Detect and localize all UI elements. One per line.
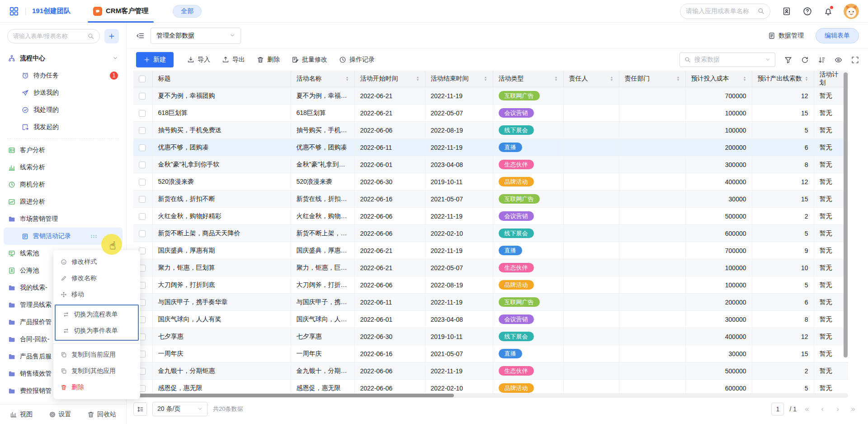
- current-page-input[interactable]: 1: [771, 403, 784, 415]
- table-row[interactable]: 感恩促，惠无限 感恩促，惠无限 2022-06-06 2022-02-10 品牌…: [133, 380, 848, 394]
- vertical-scrollbar-thumb[interactable]: [844, 72, 848, 357]
- sidebar-group-process-center[interactable]: 流程中心: [0, 50, 126, 67]
- table-row[interactable]: 聚力，钜惠，巨划算 聚力，钜惠，巨划算 2022-06-21 2022-05-0…: [133, 259, 848, 276]
- import-button[interactable]: 导入: [187, 56, 210, 64]
- data-view-select[interactable]: 管理全部数据: [151, 28, 241, 44]
- table-row[interactable]: 新货在线，折扣不断 新货在线，折扣不断 2022-06-16 2021-05-0…: [133, 191, 848, 208]
- contacts-icon[interactable]: [782, 7, 791, 16]
- sort-arrows-icon[interactable]: [743, 76, 746, 81]
- table-row[interactable]: 618巨划算 618巨划算 2022-06-21 2022-05-07 会议营销…: [133, 105, 848, 122]
- sidebar-item-customer-analysis[interactable]: 客户分析: [0, 142, 126, 159]
- sort-arrows-icon[interactable]: [610, 76, 613, 81]
- horizontal-scrollbar-thumb[interactable]: [135, 394, 454, 397]
- row-checkbox[interactable]: [139, 196, 146, 203]
- cell-title[interactable]: 大刀阔斧，打折到底: [152, 276, 291, 294]
- row-checkbox[interactable]: [139, 93, 146, 100]
- cell-title[interactable]: 火红金秋，购物好精彩: [152, 208, 291, 225]
- sort-arrows-icon[interactable]: [805, 76, 808, 81]
- column-header[interactable]: 责任部门: [619, 71, 685, 87]
- column-header[interactable]: 预计产出线索数: [752, 71, 814, 87]
- table-row[interactable]: 七夕享惠 七夕享惠 2022-06-30 2019-10-11 线下展会 400…: [133, 328, 848, 345]
- global-search-input[interactable]: 请输入应用或表单名称: [680, 4, 770, 19]
- cell-title[interactable]: 618巨划算: [152, 105, 291, 122]
- last-page-button[interactable]: »: [848, 405, 858, 414]
- select-all-checkbox[interactable]: [139, 76, 146, 82]
- table-row[interactable]: 优惠不够，团购凑 优惠不够，团购凑 2022-06-11 2022-11-19 …: [133, 139, 848, 156]
- refresh-icon[interactable]: [801, 56, 809, 64]
- edit-form-button[interactable]: 编辑表单: [816, 28, 859, 43]
- menu-item-switch-flow-form[interactable]: 切换为流程表单: [56, 306, 138, 323]
- table-row[interactable]: 国庆盛典，厚惠有期 国庆盛典，厚惠有期 2022-06-21 2022-11-1…: [133, 242, 848, 259]
- sidebar-item-lead-analysis[interactable]: 线索分析: [0, 159, 126, 176]
- row-checkbox[interactable]: [139, 230, 146, 237]
- row-checkbox[interactable]: [139, 110, 146, 117]
- menu-item-delete[interactable]: 删除: [53, 379, 140, 395]
- sidebar-item-todo-tasks[interactable]: 待办任务 1: [0, 67, 126, 84]
- sidebar-folder-marketing[interactable]: 市场营销管理: [0, 210, 126, 228]
- row-checkbox[interactable]: [139, 144, 146, 151]
- table-row[interactable]: 国庆气球向，人人有奖 国庆气球向，人人有奖 2022-06-01 2023-04…: [133, 311, 848, 328]
- sidebar-item-followup-analysis[interactable]: 跟进分析: [0, 193, 126, 210]
- sort-arrows-icon[interactable]: [346, 76, 349, 81]
- chevron-down-icon[interactable]: [765, 57, 770, 63]
- sidebar-item-handled-by-me[interactable]: 我处理的: [0, 101, 126, 119]
- row-checkbox[interactable]: [139, 162, 146, 168]
- column-header[interactable]: 活动名称: [291, 71, 354, 87]
- row-checkbox[interactable]: [139, 213, 146, 220]
- sidebar-item-opportunity-analysis[interactable]: 商机分析: [0, 176, 126, 193]
- export-button[interactable]: 导出: [222, 56, 245, 64]
- table-row[interactable]: 金秋"豪"礼拿到你手软 金秋"豪"礼拿到你手软 2022-06-01 2023-…: [133, 156, 848, 173]
- settings-button[interactable]: 设置: [49, 410, 71, 419]
- more-actions-icon[interactable]: [90, 233, 97, 240]
- column-header[interactable]: 活动结束时间: [425, 71, 493, 87]
- cell-title[interactable]: 国庆盛典，厚惠有期: [152, 242, 291, 259]
- cell-title[interactable]: 国庆气球向，人人有奖: [152, 311, 291, 328]
- app-launcher-icon[interactable]: [9, 6, 19, 16]
- cell-title[interactable]: 七夕享惠: [152, 328, 291, 345]
- menu-item-move[interactable]: 移动: [53, 286, 140, 303]
- table-search-input[interactable]: 搜索数据: [679, 52, 775, 67]
- table-row[interactable]: 火红金秋，购物好精彩 火红金秋，购物好精彩 2022-06-06 2022-11…: [133, 208, 848, 225]
- row-checkbox[interactable]: [139, 127, 146, 134]
- tab-crm-app[interactable]: CRM客户管理: [88, 0, 154, 23]
- sort-icon[interactable]: [818, 56, 826, 64]
- column-header[interactable]: 标题: [152, 71, 291, 87]
- views-button[interactable]: 视图: [10, 410, 33, 419]
- cell-title[interactable]: 优惠不够，团购凑: [152, 139, 291, 156]
- cell-title[interactable]: 与国庆甲子，携手奏华章: [152, 294, 291, 311]
- collapse-sidebar-icon[interactable]: [136, 32, 144, 40]
- cell-title[interactable]: 新货在线，折扣不断: [152, 191, 291, 208]
- row-checkbox[interactable]: [139, 179, 146, 186]
- cell-title[interactable]: 金九银十，分期钜惠: [152, 362, 291, 380]
- help-icon[interactable]: [803, 7, 812, 16]
- table-row[interactable]: 与国庆甲子，携手奏华章 与国庆甲子，携手奏... 2022-06-11 2022…: [133, 294, 848, 311]
- next-page-button[interactable]: ›: [833, 405, 843, 414]
- menu-item-modify-style[interactable]: 修改样式: [53, 254, 140, 270]
- column-header[interactable]: 预计投入成本: [685, 71, 752, 87]
- table-row[interactable]: 520浪漫来袭 520浪漫来袭 2022-06-30 2019-10-11 品牌…: [133, 173, 848, 191]
- chevron-down-icon[interactable]: [113, 55, 118, 62]
- form-search-input[interactable]: 请输入表单/报表名称: [7, 29, 100, 43]
- table-row[interactable]: 金九银十，分期钜惠 金九银十，分期钜惠 2022-06-06 2022-11-1…: [133, 362, 848, 380]
- add-form-button[interactable]: [104, 29, 119, 43]
- row-height-button[interactable]: [133, 402, 147, 416]
- sidebar-item-started-by-me[interactable]: 我发起的: [0, 119, 126, 136]
- cell-title[interactable]: 520浪漫来袭: [152, 173, 291, 191]
- page-size-select[interactable]: 20 条/页: [152, 402, 208, 416]
- cell-title[interactable]: 新货不断上架，商品天天降价: [152, 225, 291, 242]
- table-row[interactable]: 夏不为例，幸福团购 夏不为例，幸福团购 2022-06-21 2022-11-1…: [133, 87, 848, 105]
- prev-page-button[interactable]: ‹: [817, 405, 827, 414]
- filter-icon[interactable]: [784, 56, 792, 64]
- cell-title[interactable]: 一周年庆: [152, 345, 291, 362]
- cell-title[interactable]: 感恩促，惠无限: [152, 380, 291, 394]
- sort-arrows-icon[interactable]: [677, 76, 680, 81]
- scope-all-pill[interactable]: 全部: [173, 5, 202, 18]
- menu-item-switch-event-form[interactable]: 切换为事件表单: [56, 323, 138, 339]
- sort-arrows-icon[interactable]: [484, 76, 487, 81]
- column-header[interactable]: 活动开始时间: [354, 71, 425, 87]
- table-row[interactable]: 新货不断上架，商品天天降价 新货不断上架，商品... 2022-06-06 20…: [133, 225, 848, 242]
- cell-title[interactable]: 抽号购买，手机免费送: [152, 122, 291, 139]
- column-header[interactable]: 活动类型: [493, 71, 563, 87]
- data-manage-button[interactable]: 数据管理: [768, 32, 804, 40]
- column-header[interactable]: 活动计划: [814, 71, 848, 87]
